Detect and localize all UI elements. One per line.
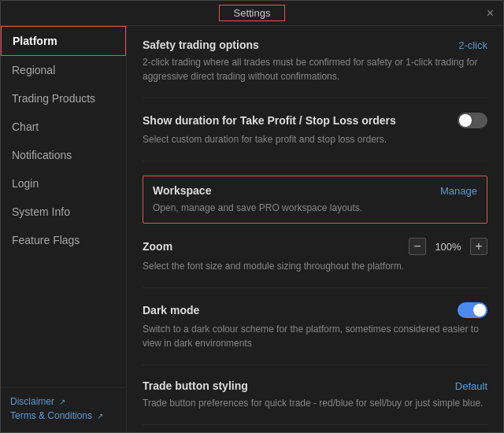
sidebar-footer: Disclaimer ↗ Terms & Conditions ↗	[1, 387, 126, 432]
content-area: PlatformRegionalTrading ProductsChartNot…	[1, 26, 503, 432]
setting-header-safety-trading: Safety trading options2-click	[143, 39, 487, 51]
terms-link[interactable]: Terms & Conditions ↗	[10, 410, 117, 421]
external-icon-disclaimer: ↗	[59, 398, 65, 406]
setting-action-safety-trading[interactable]: 2-click	[458, 39, 487, 51]
setting-title-trade-button-styling: Trade button styling	[143, 379, 248, 392]
setting-action-trade-button-styling[interactable]: Default	[455, 380, 487, 392]
disclaimer-label: Disclaimer	[10, 396, 54, 407]
sidebar-item-feature-flags[interactable]: Feature Flags	[1, 226, 126, 254]
sidebar-item-platform[interactable]: Platform	[1, 26, 126, 56]
titlebar: Settings ×	[1, 1, 503, 26]
setting-block-show-duration: Show duration for Take Profit / Stop Los…	[143, 113, 487, 161]
setting-header-zoom: Zoom−100%+	[143, 238, 487, 255]
external-icon-terms: ↗	[97, 412, 103, 420]
zoom-control: −100%+	[409, 238, 487, 255]
setting-header-dark-mode: Dark mode	[143, 302, 487, 318]
setting-block-zoom: Zoom−100%+Select the font size and modul…	[143, 238, 487, 288]
settings-window: Settings × PlatformRegionalTrading Produ…	[0, 0, 504, 433]
setting-desc-trade-button-styling: Trade button preferences for quick trade…	[143, 396, 487, 410]
setting-toggle-show-duration[interactable]	[458, 113, 487, 128]
main-panel: Safety trading options2-click2-click tra…	[127, 26, 503, 432]
zoom-decrease-button[interactable]: −	[409, 238, 426, 255]
setting-action-workspace[interactable]: Manage	[440, 185, 477, 197]
sidebar-item-trading-products[interactable]: Trading Products	[1, 84, 126, 113]
setting-desc-workspace: Open, manage and save PRO workspace layo…	[153, 201, 477, 215]
zoom-value: 100%	[434, 241, 462, 253]
sidebar-item-notifications[interactable]: Notifications	[1, 141, 126, 169]
setting-header-trade-button-styling: Trade button stylingDefault	[143, 379, 487, 392]
setting-block-trade-button-styling: Trade button stylingDefaultTrade button …	[143, 379, 487, 425]
setting-header-workspace: WorkspaceManage	[153, 184, 477, 197]
zoom-increase-button[interactable]: +	[470, 238, 487, 255]
sidebar-item-regional[interactable]: Regional	[1, 56, 126, 84]
setting-block-dark-mode: Dark modeSwitch to a dark colour scheme …	[143, 302, 487, 365]
setting-toggle-dark-mode[interactable]	[458, 302, 487, 318]
sidebar-item-system-info[interactable]: System Info	[1, 198, 126, 226]
sidebar: PlatformRegionalTrading ProductsChartNot…	[1, 26, 127, 432]
setting-title-show-duration: Show duration for Take Profit / Stop Los…	[143, 114, 396, 127]
setting-desc-dark-mode: Switch to a dark colour scheme for the p…	[143, 322, 487, 350]
window-title: Settings	[219, 5, 286, 21]
setting-desc-zoom: Select the font size and module sizing t…	[143, 259, 487, 273]
setting-title-safety-trading: Safety trading options	[143, 39, 259, 51]
sidebar-item-login[interactable]: Login	[1, 169, 126, 198]
close-button[interactable]: ×	[487, 6, 494, 20]
setting-block-safety-trading: Safety trading options2-click2-click tra…	[143, 39, 487, 98]
setting-title-workspace: Workspace	[153, 184, 211, 197]
sidebar-item-chart[interactable]: Chart	[1, 113, 126, 141]
sidebar-nav: PlatformRegionalTrading ProductsChartNot…	[1, 26, 126, 387]
terms-label: Terms & Conditions	[10, 410, 92, 421]
setting-header-show-duration: Show duration for Take Profit / Stop Los…	[143, 113, 487, 128]
setting-title-dark-mode: Dark mode	[143, 304, 199, 316]
disclaimer-link[interactable]: Disclaimer ↗	[10, 396, 117, 407]
setting-block-workspace: WorkspaceManageOpen, manage and save PRO…	[143, 176, 487, 224]
setting-title-zoom: Zoom	[143, 240, 172, 253]
setting-desc-show-duration: Select custom duration for take profit a…	[143, 132, 487, 146]
setting-desc-safety-trading: 2-click trading where all trades must be…	[143, 55, 487, 83]
